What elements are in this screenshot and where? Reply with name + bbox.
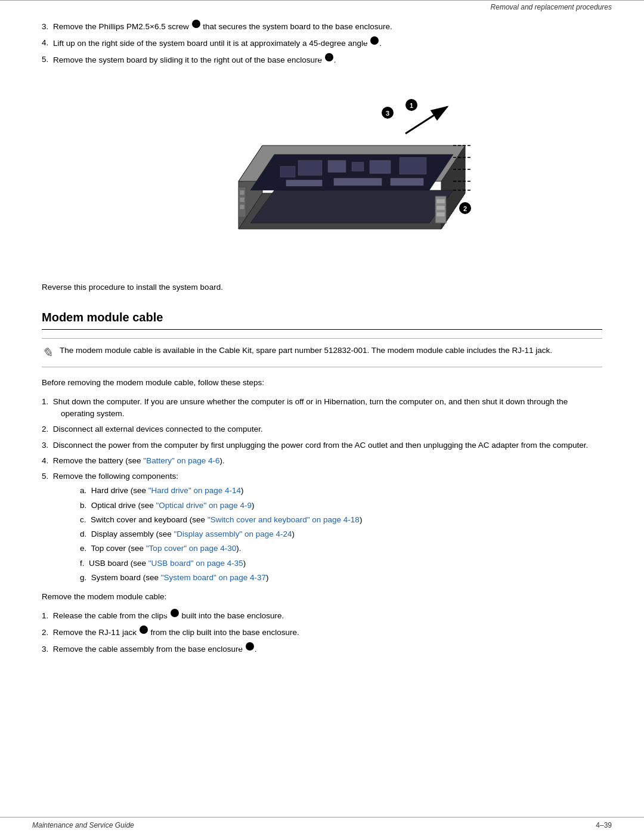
remove-step-1: 1. Release the cable from the clips 1 bu… <box>42 609 602 622</box>
diagram-container: 1 3 2 <box>42 80 602 271</box>
sub-b: b. Optical drive (see "Optical drive" on… <box>80 500 602 512</box>
before-step-1-num: 1. <box>42 397 53 406</box>
circle-2: 2 <box>370 36 379 45</box>
reverse-note: Reverse this procedure to install the sy… <box>42 281 602 293</box>
page: Removal and replacement procedures 3. Re… <box>0 0 644 833</box>
optical-drive-link[interactable]: "Optical drive" on page 4-9 <box>156 501 252 510</box>
before-step-3: 3. Disconnect the power from the compute… <box>42 439 602 451</box>
top-steps-list: 3. Remove the Phillips PM2.5×6.5 screw 1… <box>42 20 602 66</box>
step-5-num: 5. <box>42 55 48 64</box>
sub-a-letter: a. <box>80 486 91 495</box>
usb-board-link[interactable]: "USB board" on page 4-35 <box>148 559 243 568</box>
system-board-diagram: 1 3 2 <box>173 80 471 271</box>
sub-d: d. Display assembly (see "Display assemb… <box>80 528 602 540</box>
svg-rect-8 <box>352 162 364 171</box>
step-3-num: 3. <box>42 22 48 31</box>
svg-rect-17 <box>240 197 244 202</box>
sub-a: a. Hard drive (see "Hard drive" on page … <box>80 485 602 497</box>
before-step-1: 1. Shut down the computer. If you are un… <box>42 396 602 420</box>
sub-f-letter: f. <box>80 559 89 568</box>
note-text: The modem module cable is available in t… <box>60 345 552 357</box>
sub-g-letter: g. <box>80 573 91 582</box>
steps-before-list: 1. Shut down the computer. If you are un… <box>42 396 602 584</box>
remove-circle-2: 2 <box>140 625 148 634</box>
system-board-link[interactable]: "System board" on page 4-37 <box>161 573 266 582</box>
svg-rect-11 <box>400 157 426 174</box>
svg-rect-9 <box>370 160 391 174</box>
header-text: Removal and replacement procedures <box>491 3 612 11</box>
circle-3: 3 <box>325 53 333 61</box>
remove-step-3-num: 3. <box>42 644 53 653</box>
before-step-2-num: 2. <box>42 425 53 433</box>
remove-circle-1: 1 <box>171 609 179 617</box>
header-bar: Removal and replacement procedures <box>0 0 644 14</box>
remove-step-2-num: 2. <box>42 628 53 637</box>
svg-rect-35 <box>436 212 445 216</box>
step-4: 4. Lift up on the right side of the syst… <box>42 36 602 49</box>
before-step-5-num: 5. <box>42 472 53 481</box>
svg-rect-14 <box>391 178 423 185</box>
svg-text:2: 2 <box>463 205 467 212</box>
sub-c-letter: c. <box>80 515 91 524</box>
before-step-2: 2. Disconnect all external devices conne… <box>42 423 602 435</box>
remove-modem-label: Remove the modem module cable: <box>42 591 602 603</box>
svg-marker-4 <box>250 190 453 223</box>
remove-circle-3: 3 <box>246 642 254 651</box>
step-4-num: 4. <box>42 38 48 47</box>
step-5: 5. Remove the system board by sliding it… <box>42 53 602 66</box>
before-step-3-num: 3. <box>42 441 53 450</box>
svg-rect-12 <box>286 180 322 186</box>
top-cover-link[interactable]: "Top cover" on page 4-30 <box>146 544 236 553</box>
before-removing-text: Before removing the modem module cable, … <box>42 377 602 389</box>
circle-1: 1 <box>192 20 200 28</box>
sub-e-letter: e. <box>80 544 91 553</box>
sub-c: c. Switch cover and keyboard (see "Switc… <box>80 514 602 526</box>
section-heading: Modem module cable <box>42 311 602 324</box>
sub-f: f. USB board (see "USB board" on page 4-… <box>80 558 602 569</box>
remove-step-3: 3. Remove the cable assembly from the ba… <box>42 642 602 655</box>
note-box: ✎ The modem module cable is available in… <box>42 338 602 367</box>
svg-rect-34 <box>436 206 445 210</box>
sub-e: e. Top cover (see "Top cover" on page 4-… <box>80 543 602 555</box>
svg-rect-18 <box>240 205 244 209</box>
note-icon: ✎ <box>42 345 52 361</box>
svg-rect-6 <box>298 160 322 175</box>
battery-link[interactable]: "Battery" on page 4-6 <box>143 456 219 465</box>
remove-step-1-num: 1. <box>42 611 53 620</box>
switch-cover-link[interactable]: "Switch cover and keyboard" on page 4-18 <box>208 515 360 524</box>
svg-rect-13 <box>334 178 382 185</box>
svg-rect-33 <box>436 199 445 203</box>
svg-text:3: 3 <box>386 110 389 117</box>
footer-left-text: Maintenance and Service Guide <box>32 821 134 829</box>
step-3: 3. Remove the Phillips PM2.5×6.5 screw 1… <box>42 20 602 33</box>
svg-rect-16 <box>240 190 244 195</box>
svg-text:1: 1 <box>410 102 413 109</box>
display-assembly-link[interactable]: "Display assembly" on page 4-24 <box>174 529 292 538</box>
remove-steps-list: 1. Release the cable from the clips 1 bu… <box>42 609 602 655</box>
hard-drive-link[interactable]: "Hard drive" on page 4-14 <box>148 486 241 495</box>
before-step-5: 5. Remove the following components: a. H… <box>42 470 602 584</box>
sub-components-list: a. Hard drive (see "Hard drive" on page … <box>80 485 602 584</box>
main-content: 3. Remove the Phillips PM2.5×6.5 screw 1… <box>0 20 644 698</box>
before-step-4-num: 4. <box>42 456 53 465</box>
before-step-4: 4. Remove the battery (see "Battery" on … <box>42 455 602 467</box>
svg-rect-7 <box>328 160 346 172</box>
remove-step-2: 2. Remove the RJ-11 jack 2 from the clip… <box>42 625 602 639</box>
sub-g: g. System board (see "System board" on p… <box>80 572 602 584</box>
footer-right-text: 4–39 <box>596 821 612 829</box>
footer: Maintenance and Service Guide 4–39 <box>0 817 644 833</box>
sub-d-letter: d. <box>80 529 91 538</box>
sub-b-letter: b. <box>80 501 91 510</box>
svg-rect-10 <box>280 166 295 177</box>
section-rule <box>42 329 602 330</box>
